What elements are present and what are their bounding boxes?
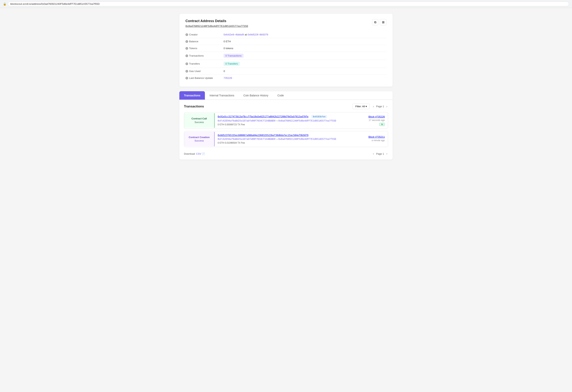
- prev-page-button[interactable]: ‹: [372, 104, 375, 109]
- tx-hash-link[interactable]: 0x8d523f65155ec600067a986a04e2360325523b…: [218, 134, 308, 137]
- creator-label: i Creator: [186, 33, 223, 36]
- transfers-row: i Transfers 0 Transfers: [186, 60, 386, 68]
- tx-hash-link[interactable]: 0x91e5cc527473b13af8ccffba10a5e025177a88…: [218, 115, 308, 118]
- qr-button[interactable]: ⊞: [380, 19, 386, 25]
- tx-meta: Block #735211 a minute ago: [354, 133, 388, 146]
- section-title: Transactions: [184, 105, 204, 108]
- filter-pagination: Filter: All ▾ ‹ Page 1 ›: [352, 104, 388, 109]
- creator-info-icon: i: [186, 33, 188, 36]
- tokens-value: 0 tokens: [223, 47, 233, 50]
- download-csv[interactable]: Download CSV 📄: [184, 152, 205, 155]
- tabs: Transactions Internal Transactions Coin …: [179, 91, 393, 100]
- tx-eth-amount: 0 ETH: [218, 142, 224, 144]
- balance-info-icon: i: [186, 40, 188, 43]
- transactions-badge[interactable]: 0 Transactions: [223, 54, 243, 58]
- last-balance-row: i Last Balance Update 735226: [186, 75, 386, 81]
- tabs-container: Transactions Internal Transactions Coin …: [179, 91, 393, 100]
- contract-details-card: Contract Address Details 0x0ad760921240F…: [179, 14, 393, 87]
- gas-used-row: i Gas Used 0: [186, 68, 386, 75]
- lock-icon: 🔒: [3, 2, 6, 5]
- tx-from-to: 0xFc62E94af9aBd25a1D7abfe00F7034Cf154BbB…: [218, 138, 350, 140]
- tx-nonce: 0x0183bfee: [311, 115, 327, 118]
- creator-tx-link[interactable]: 0x8d523f–9b5079: [248, 33, 268, 36]
- next-page-button[interactable]: ›: [386, 104, 388, 109]
- tx-details: 0x91e5cc527473b13af8ccffba10a5e025177a88…: [215, 112, 354, 129]
- tx-fee-amount: 0.00089723 TX Fee: [225, 123, 245, 126]
- tx-hash: 0x91e5cc527473b13af8ccffba10a5e025177a88…: [218, 115, 350, 118]
- page-label-top: Page 1: [376, 105, 384, 108]
- balance-row: i Balance 0 ETH: [186, 38, 386, 45]
- creator-value: 0xfc62e9–4bbbd9 at 0x8d523f–9b5079: [223, 33, 268, 36]
- creator-at: at: [245, 33, 247, 36]
- transactions-label: i Transactions: [186, 54, 223, 57]
- tx-type-badge-contract-call: Contract Call Success: [184, 113, 215, 128]
- transfers-value: 0 Transfers: [223, 62, 240, 66]
- transactions-info-icon: i: [186, 54, 188, 57]
- tx-type-badge-contract-creation: Contract Creation Success: [184, 132, 215, 146]
- page-content: Contract Address Details 0x0ad760921240F…: [172, 8, 400, 165]
- last-balance-link[interactable]: 735226: [223, 77, 232, 80]
- tx-to-link[interactable]: 0x0ad760921240F5d6e4dFF7E1d851A5577ea7f5…: [278, 138, 336, 140]
- tx-block: Block #735226: [357, 115, 385, 118]
- filter-button[interactable]: Filter: All ▾: [352, 104, 370, 109]
- chevron-down-icon: ▾: [365, 105, 367, 108]
- tab-transactions[interactable]: Transactions: [179, 91, 205, 100]
- copy-button[interactable]: ⧉: [372, 19, 378, 25]
- csv-label: CSV 📄: [196, 152, 205, 155]
- tx-hash: 0x8d523f65155ec600067a986a04e2360325523b…: [218, 134, 350, 137]
- tab-code[interactable]: Code: [273, 91, 288, 100]
- tx-time: 17 seconds ago: [357, 119, 385, 122]
- contract-address: 0x0ad760921240F5d6e4dFF7E1d851A5577ea7f5…: [186, 25, 248, 27]
- last-balance-info-icon: i: [186, 77, 188, 80]
- tx-fee: 0 ETH 0.00089723 TX Fee: [218, 123, 350, 126]
- download-row: Download CSV 📄 ‹ Page 1 ›: [184, 149, 388, 156]
- tx-fee-amount: 0.01096504 TX Fee: [225, 142, 245, 144]
- url-bar[interactable]: blockscout.scroll.io/address/0x0ad760921…: [8, 1, 569, 6]
- tx-from-link[interactable]: 0xFc62E94af9aBd25a1D7abfe00F7034Cf154BbB…: [218, 119, 275, 122]
- table-row: Contract Creation Success 0x8d523f65155e…: [184, 131, 388, 147]
- tokens-info-icon: i: [186, 47, 188, 50]
- transactions-section: Transactions Filter: All ▾ ‹ Page 1 › Co…: [179, 100, 393, 160]
- tx-arrow: →: [276, 138, 277, 140]
- page-label-bottom: Page 1: [376, 152, 384, 155]
- creator-address-link[interactable]: 0xfc62e9–4bbbd9: [223, 33, 244, 36]
- balance-label: i Balance: [186, 40, 223, 43]
- last-balance-value: 735226: [223, 77, 232, 80]
- next-page-bottom-button[interactable]: ›: [386, 152, 388, 156]
- transfers-badge[interactable]: 0 Transfers: [223, 62, 240, 66]
- tx-block: Block #735211: [357, 135, 385, 138]
- creator-row: i Creator 0xfc62e9–4bbbd9 at 0x8d523f–9b…: [186, 31, 386, 38]
- tx-type-name: Contract Creation: [189, 136, 210, 139]
- pagination-bottom: ‹ Page 1 ›: [372, 152, 388, 156]
- tx-block-link[interactable]: Block #735226: [368, 115, 385, 118]
- tx-type-name: Contract Call: [191, 117, 207, 120]
- tab-coin-balance-history[interactable]: Coin Balance History: [239, 91, 273, 100]
- tx-arrow: →: [276, 119, 277, 122]
- transfers-info-icon: i: [186, 63, 188, 65]
- last-balance-label: i Last Balance Update: [186, 77, 223, 80]
- tab-internal-transactions[interactable]: Internal Transactions: [205, 91, 239, 100]
- tx-from-to: 0xFc62E94af9aBd25a1D7abfe00F7034Cf154BbB…: [218, 119, 350, 122]
- tx-meta: Block #735226 17 seconds ago IN: [354, 113, 388, 129]
- url-text: blockscout.scroll.io/address/0x0ad760921…: [10, 2, 100, 5]
- prev-page-bottom-button[interactable]: ‹: [372, 152, 375, 156]
- tx-direction-badge: IN: [379, 123, 385, 126]
- browser-bar: 🔒 blockscout.scroll.io/address/0x0ad7609…: [0, 0, 572, 8]
- tx-type-status: Success: [194, 139, 204, 143]
- card-title: Contract Address Details: [186, 19, 248, 23]
- balance-value: 0 ETH: [223, 40, 231, 43]
- tx-fee: 0 ETH 0.01096504 TX Fee: [218, 142, 350, 144]
- transactions-value: 0 Transactions: [223, 54, 243, 58]
- pagination-top: ‹ Page 1 ›: [372, 104, 388, 109]
- tx-block-link[interactable]: Block #735211: [368, 135, 385, 138]
- section-header: Transactions Filter: All ▾ ‹ Page 1 ›: [184, 104, 388, 109]
- tx-from-link[interactable]: 0xFc62E94af9aBd25a1D7abfe00F7034Cf154BbB…: [218, 138, 275, 140]
- card-icons: ⧉ ⊞: [372, 19, 386, 25]
- transactions-row: i Transactions 0 Transactions: [186, 52, 386, 60]
- table-row: Contract Call Success 0x91e5cc527473b13a…: [184, 112, 388, 129]
- tx-to-link[interactable]: 0x0ad760921240F5d6e4dFF7E1d851A5577ea7f5…: [278, 119, 336, 122]
- tx-type-status: Success: [194, 121, 204, 124]
- gas-used-label: i Gas Used: [186, 70, 223, 73]
- gas-info-icon: i: [186, 70, 188, 73]
- tokens-label: i Tokens: [186, 47, 223, 50]
